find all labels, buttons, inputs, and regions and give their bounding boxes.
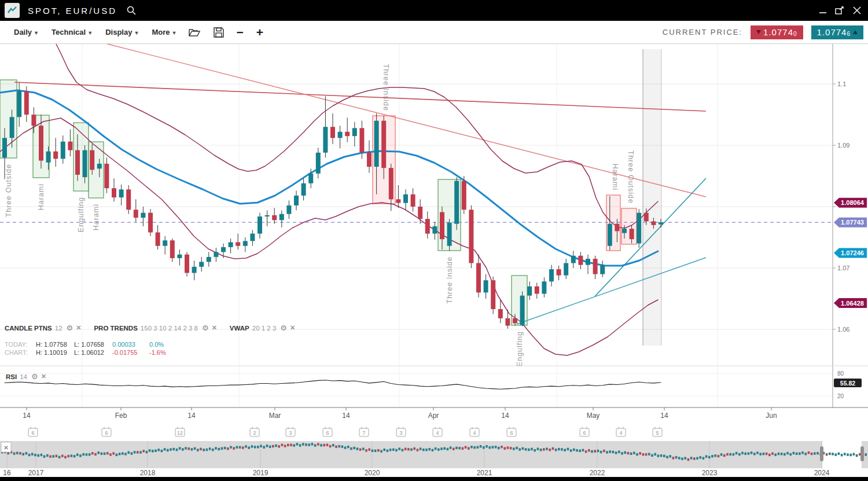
navigator-bar xyxy=(194,447,196,450)
rsi-value-label: 55.82 xyxy=(840,380,855,387)
navigator-bar xyxy=(488,446,491,449)
gear-icon[interactable] xyxy=(31,372,38,381)
candle-body xyxy=(411,194,415,207)
x-axis-label: Jun xyxy=(766,412,777,420)
price-tick-label: 1.1 xyxy=(837,80,846,87)
popout-button[interactable] xyxy=(835,6,845,15)
navigator-bar xyxy=(52,455,54,457)
navigator-bar xyxy=(215,447,217,449)
pattern-count: 4 xyxy=(473,430,476,436)
price-tick-label: 1.06 xyxy=(837,326,849,333)
candle-body xyxy=(586,259,590,265)
search-icon[interactable] xyxy=(126,5,137,16)
gear-icon[interactable] xyxy=(202,324,209,332)
candle-body xyxy=(381,121,386,168)
candle-body xyxy=(615,224,619,232)
gear-icon[interactable] xyxy=(67,324,73,332)
navigator-bar xyxy=(507,446,509,449)
candle-body xyxy=(432,226,437,234)
menu-technical[interactable]: Technical xyxy=(52,28,91,36)
navigator-bar xyxy=(624,451,626,454)
navigator-bar xyxy=(501,446,503,448)
navigator-handle-left[interactable] xyxy=(820,446,823,461)
close-button[interactable] xyxy=(853,6,861,14)
candle-body xyxy=(272,215,277,221)
navigator-bar xyxy=(703,457,705,459)
navigator-bar xyxy=(127,451,130,454)
rsi-level-label: 80 xyxy=(837,370,844,377)
navigator-bar xyxy=(46,454,49,457)
navigator-bar xyxy=(200,448,202,450)
menu-daily[interactable]: Daily xyxy=(14,28,38,36)
navigator-handle-right[interactable] xyxy=(860,446,864,461)
close-indicator-icon[interactable] xyxy=(41,373,46,380)
candle-body xyxy=(651,221,656,225)
pattern-count: 6 xyxy=(583,430,586,436)
year-label: 2024 xyxy=(814,469,830,477)
year-label: 2017 xyxy=(28,469,44,477)
zoom-in-button[interactable]: + xyxy=(256,26,263,38)
navigator-bar xyxy=(34,454,36,456)
navigator-bar xyxy=(287,444,289,446)
navigator-bar xyxy=(308,443,310,446)
navigator-bar xyxy=(450,446,452,449)
current-price-label: CURRENT PRICE: xyxy=(663,28,742,36)
navigator-bar xyxy=(718,455,720,457)
navigator-bar xyxy=(453,447,455,450)
navigator-bar xyxy=(723,454,726,457)
navigator-bar xyxy=(56,455,58,457)
zoom-out-button[interactable]: − xyxy=(237,26,244,38)
navigator-bar xyxy=(104,453,106,455)
candle-body xyxy=(294,196,299,205)
navigator-bar xyxy=(477,446,479,449)
navigator-bar xyxy=(157,449,160,451)
navigator-bar xyxy=(209,447,211,450)
navigator-bar xyxy=(738,453,741,456)
navigator-bar xyxy=(657,454,660,457)
navigator-bar xyxy=(516,447,518,449)
navigator-bar xyxy=(161,450,163,452)
x-axis-label: 14 xyxy=(23,412,31,420)
navigator-bar xyxy=(763,453,765,455)
minimize-button[interactable] xyxy=(819,6,827,14)
navigator-bar xyxy=(693,457,696,460)
save-icon[interactable] xyxy=(214,27,224,38)
navigator-bar xyxy=(67,455,69,457)
navigator-bar xyxy=(675,456,678,458)
gear-icon[interactable] xyxy=(280,324,287,332)
navigator-bar xyxy=(94,453,97,456)
close-indicator-icon[interactable] xyxy=(212,324,217,332)
candle-body xyxy=(199,262,204,267)
rsi-legend: RSI 14 xyxy=(6,372,59,381)
navigator-bar xyxy=(609,450,611,453)
navigator-bar xyxy=(119,453,121,455)
menu-more[interactable]: More xyxy=(152,28,175,36)
navigator-bar xyxy=(37,454,39,457)
arrow-down-icon xyxy=(756,30,761,34)
candle-body xyxy=(425,219,430,233)
close-indicator-icon[interactable] xyxy=(76,324,81,332)
navigator-bar xyxy=(681,457,683,460)
navigator-bar xyxy=(552,447,554,450)
open-folder-icon[interactable] xyxy=(189,27,201,37)
candle-body xyxy=(338,132,343,138)
pattern-count: 12 xyxy=(177,430,183,436)
close-indicator-icon[interactable] xyxy=(290,324,295,332)
navigator-bar xyxy=(696,457,698,460)
navigator-bar xyxy=(224,447,226,449)
navigator-bar xyxy=(561,448,563,450)
pattern-count: 6 xyxy=(510,430,513,436)
navigator-bar xyxy=(236,446,238,448)
navigator-bar xyxy=(826,453,828,456)
candle-body xyxy=(170,240,175,258)
candle-body xyxy=(24,91,29,115)
navigator-bar xyxy=(76,453,79,456)
menu-display[interactable]: Display xyxy=(105,28,138,36)
candle-body xyxy=(600,265,605,274)
year-label: 2023 xyxy=(702,469,718,477)
candle-body xyxy=(549,269,554,281)
year-label: 2022 xyxy=(590,469,605,477)
navigator-bar xyxy=(473,446,476,449)
projection-box xyxy=(643,49,661,346)
navigator-bar xyxy=(865,453,867,456)
